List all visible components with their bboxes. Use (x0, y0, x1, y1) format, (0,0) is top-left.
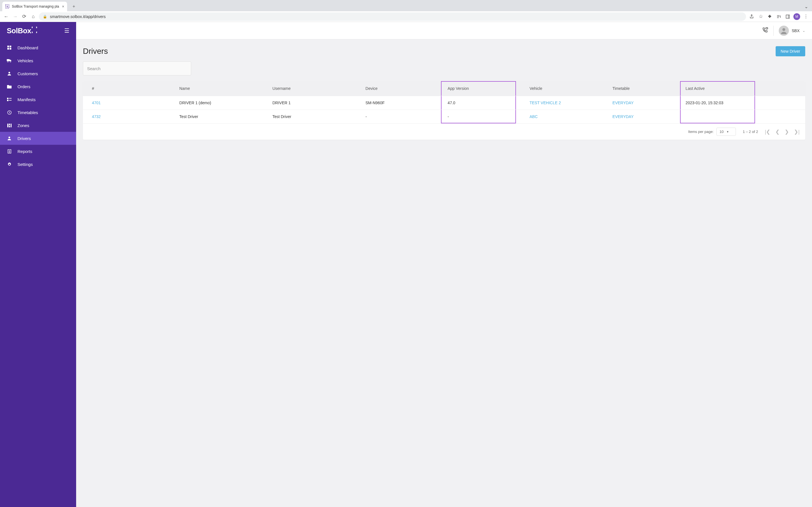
column-header-timetable[interactable]: Timetable (609, 81, 680, 96)
browser-tab[interactable]: S SolBox Transport managing pla × (2, 2, 67, 11)
cell-app-version: - (441, 110, 516, 124)
sidebar-item-label: Reports (17, 149, 33, 154)
new-driver-button[interactable]: New Driver (776, 46, 805, 56)
nav-reload-icon[interactable]: ⟳ (21, 13, 28, 20)
drivers-table: # Name Username Device App Version Vehic… (83, 81, 805, 140)
menu-toggle-icon[interactable]: ☰ (64, 27, 69, 34)
search-input[interactable] (83, 61, 191, 75)
sidebar-item-reports[interactable]: Reports (0, 145, 76, 158)
cell-timetable[interactable]: EVERYDAY (609, 96, 680, 110)
page-prev-icon[interactable]: ❮ (775, 129, 779, 135)
browser-toolbar: ← → ⟳ ⌂ 🔒 smartmove.solbox.it/app/driver… (0, 11, 812, 22)
svg-text:S: S (6, 5, 8, 8)
phone-icon[interactable] (762, 27, 768, 34)
sidebar-item-settings[interactable]: Settings (0, 158, 76, 171)
sidebar-item-drivers[interactable]: Drivers (0, 132, 76, 145)
svg-point-10 (10, 61, 11, 62)
column-header-vehicle[interactable]: Vehicle (516, 81, 609, 96)
sidebar-item-label: Orders (17, 84, 31, 89)
svg-rect-6 (7, 48, 9, 50)
tabs-dropdown-icon[interactable]: ⌄ (804, 4, 808, 9)
sidebar-item-dashboard[interactable]: Dashboard (0, 41, 76, 54)
sidebar-nav: Dashboard Vehicles Customers Orders Mani… (0, 40, 76, 171)
cell-device: - (362, 110, 441, 124)
sidebar: SolBox ☰ Dashboard Vehicles Customers (0, 22, 76, 507)
items-per-page: Items per page: 10 ▼ (688, 128, 736, 136)
main-content: SBX ⌄ Drivers New Driver # Name Username (76, 22, 812, 507)
items-per-page-select[interactable]: 10 ▼ (716, 128, 736, 136)
sidebar-item-label: Manifests (17, 97, 36, 102)
bookmark-star-icon[interactable]: ☆ (757, 13, 764, 20)
nav-forward-icon[interactable]: → (12, 13, 18, 20)
svg-rect-15 (9, 100, 11, 101)
column-header-device[interactable]: Device (362, 81, 441, 96)
pagination-range: 1 – 2 of 2 (743, 129, 758, 134)
select-caret-icon: ▼ (726, 130, 729, 133)
svg-rect-17 (7, 124, 8, 127)
clock-icon (7, 110, 12, 115)
logo-bracket-icon (32, 26, 37, 35)
user-menu[interactable]: SBX ⌄ (779, 25, 805, 36)
svg-point-11 (8, 72, 10, 73)
column-header-app-version[interactable]: App Version (441, 81, 516, 96)
zones-icon (7, 124, 12, 127)
logo[interactable]: SolBox (7, 26, 37, 35)
page-first-icon[interactable]: |❮ (765, 129, 770, 135)
table-row[interactable]: 4701 DRIVER 1 (demo) DRIVER 1 SM-N960F 4… (83, 96, 805, 110)
browser-profile-avatar[interactable]: M (794, 13, 800, 20)
sidebar-item-timetables[interactable]: Timetables (0, 106, 76, 119)
cell-username: Test Driver (269, 110, 362, 124)
cell-vehicle[interactable]: TEST VEHICLE 2 (516, 96, 609, 110)
column-header-username[interactable]: Username (269, 81, 362, 96)
page-header: Drivers New Driver (83, 46, 805, 56)
reading-list-icon[interactable] (775, 13, 782, 20)
truck-icon (7, 59, 12, 62)
sidebar-item-vehicles[interactable]: Vehicles (0, 54, 76, 67)
sidebar-item-zones[interactable]: Zones (0, 119, 76, 132)
page-next-icon[interactable]: ❯ (784, 129, 789, 135)
extensions-icon[interactable] (766, 13, 773, 20)
table-row[interactable]: 4732 Test Driver Test Driver - - ABC EVE… (83, 110, 805, 124)
sidebar-item-label: Settings (17, 162, 33, 167)
cell-username: DRIVER 1 (269, 96, 362, 110)
sidebar-item-manifests[interactable]: Manifests (0, 93, 76, 106)
top-bar: SBX ⌄ (76, 22, 812, 40)
cell-id[interactable]: 4701 (83, 96, 176, 110)
browser-menu-icon[interactable]: ⋮ (802, 13, 809, 20)
page-last-icon[interactable]: ❯| (794, 129, 800, 135)
column-header-end (755, 81, 805, 96)
sidebar-item-customers[interactable]: Customers (0, 67, 76, 80)
browser-tab-bar: S SolBox Transport managing pla × + ⌄ (0, 0, 812, 11)
nav-home-icon[interactable]: ⌂ (30, 13, 37, 20)
sidebar-item-orders[interactable]: Orders (0, 80, 76, 93)
column-header-id[interactable]: # (83, 81, 176, 96)
column-header-name[interactable]: Name (176, 81, 269, 96)
svg-rect-8 (7, 59, 10, 61)
tab-close-icon[interactable]: × (62, 4, 64, 9)
folder-icon (7, 85, 12, 89)
items-per-page-label: Items per page: (688, 129, 714, 134)
nav-back-icon[interactable]: ← (3, 13, 10, 20)
cell-last-active (680, 110, 755, 124)
cell-id[interactable]: 4732 (83, 110, 176, 124)
address-bar[interactable]: 🔒 smartmove.solbox.it/app/drivers (39, 12, 746, 21)
svg-rect-18 (9, 124, 10, 125)
tab-favicon-icon: S (5, 4, 10, 9)
cell-vehicle[interactable]: ABC (516, 110, 609, 124)
sidebar-item-label: Customers (17, 71, 38, 76)
svg-rect-5 (10, 46, 11, 47)
svg-rect-12 (7, 98, 8, 99)
share-icon[interactable] (748, 13, 755, 20)
side-panel-icon[interactable] (784, 13, 791, 20)
user-avatar-icon (779, 25, 789, 36)
column-header-last-active[interactable]: Last Active (680, 81, 755, 96)
svg-point-21 (8, 136, 10, 138)
table-header-row: # Name Username Device App Version Vehic… (83, 81, 805, 96)
gear-icon (7, 162, 12, 166)
cell-app-version: 47.0 (441, 96, 516, 110)
sidebar-header: SolBox ☰ (0, 22, 76, 40)
cell-name: DRIVER 1 (demo) (176, 96, 269, 110)
cell-timetable[interactable]: EVERYDAY (609, 110, 680, 124)
new-tab-button[interactable]: + (70, 3, 78, 10)
cell-name: Test Driver (176, 110, 269, 124)
